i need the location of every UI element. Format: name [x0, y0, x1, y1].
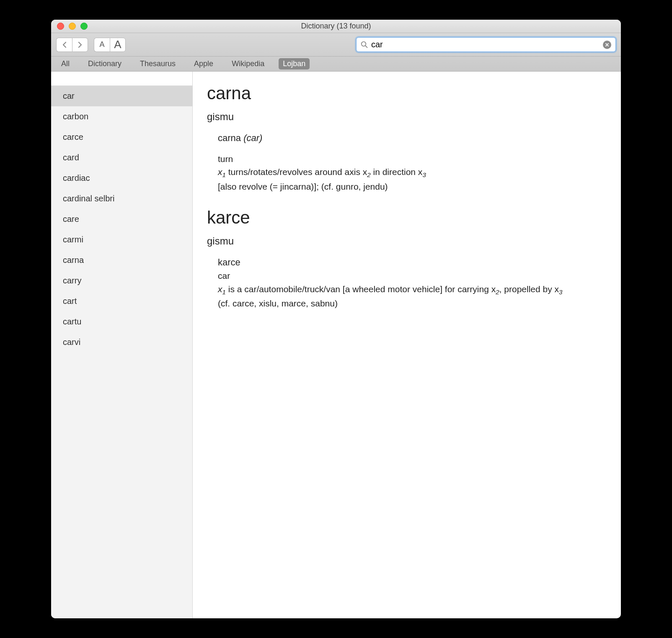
- definition-pane[interactable]: carna gismu carna (car) turn x1 turns/ro…: [193, 72, 621, 618]
- toolbar: A A: [51, 33, 621, 57]
- result-item[interactable]: care: [51, 209, 192, 229]
- search-input[interactable]: [368, 40, 603, 49]
- result-item[interactable]: cardiac: [51, 168, 192, 188]
- source-tab-thesaurus[interactable]: Thesaurus: [136, 58, 180, 69]
- result-item[interactable]: carry: [51, 270, 192, 291]
- result-item[interactable]: carna: [51, 250, 192, 270]
- back-button[interactable]: [56, 38, 72, 52]
- app-window: Dictionary (13 found) A A AllDictionaryT…: [51, 20, 621, 618]
- source-tab-lojban[interactable]: Lojban: [279, 58, 310, 69]
- headword-line: carna (car): [218, 133, 607, 144]
- result-item[interactable]: carbon: [51, 106, 192, 127]
- definition: turn x1 turns/rotates/revolves around ax…: [218, 153, 607, 193]
- result-item[interactable]: carvi: [51, 332, 192, 352]
- entry-headword: karce: [207, 208, 607, 228]
- place-structure: x1 is a car/automobile/truck/van [a whee…: [218, 283, 607, 296]
- nav-buttons: [56, 38, 88, 52]
- notes: [also revolve (= jincarna)]; (cf. gunro,…: [218, 180, 607, 193]
- clear-search-button[interactable]: [603, 41, 611, 49]
- result-item[interactable]: cartu: [51, 311, 192, 332]
- sidebar-header-spacer: [51, 72, 192, 86]
- source-tabs: AllDictionaryThesaurusAppleWikipediaLojb…: [51, 57, 621, 72]
- zoom-window-button[interactable]: [80, 23, 88, 30]
- search-field[interactable]: [356, 37, 616, 52]
- entry: karce gismu karce car x1 is a car/automo…: [207, 208, 607, 309]
- close-icon: [605, 43, 609, 47]
- headword-line: karce: [218, 257, 607, 268]
- forward-button[interactable]: [72, 38, 88, 52]
- definition: car x1 is a car/automobile/truck/van [a …: [218, 270, 607, 309]
- window-controls: [51, 23, 88, 30]
- source-tab-wikipedia[interactable]: Wikipedia: [227, 58, 269, 69]
- result-item[interactable]: cart: [51, 291, 192, 311]
- gloss: car: [218, 270, 607, 282]
- result-item[interactable]: card: [51, 147, 192, 168]
- entry: carna gismu carna (car) turn x1 turns/ro…: [207, 83, 607, 193]
- gloss: turn: [218, 153, 607, 165]
- result-item[interactable]: car: [51, 86, 192, 106]
- result-item[interactable]: carce: [51, 127, 192, 147]
- window-title: Dictionary (13 found): [51, 22, 621, 31]
- chevron-right-icon: [78, 41, 83, 48]
- result-item[interactable]: carmi: [51, 229, 192, 250]
- part-of-speech: gismu: [207, 111, 607, 123]
- place-structure: x1 turns/rotates/revolves around axis x2…: [218, 166, 607, 179]
- minimize-window-button[interactable]: [69, 23, 76, 30]
- entry-headword: carna: [207, 83, 607, 103]
- part-of-speech: gismu: [207, 235, 607, 247]
- svg-line-1: [365, 46, 367, 48]
- chevron-left-icon: [62, 41, 67, 48]
- result-item[interactable]: cardinal selbri: [51, 188, 192, 209]
- titlebar: Dictionary (13 found): [51, 20, 621, 33]
- close-window-button[interactable]: [57, 23, 64, 30]
- search-icon: [361, 41, 368, 48]
- rafsi: (car): [243, 133, 262, 143]
- decrease-font-button[interactable]: A: [94, 38, 110, 52]
- notes: (cf. carce, xislu, marce, sabnu): [218, 297, 607, 309]
- source-tab-all[interactable]: All: [57, 58, 74, 69]
- increase-font-button[interactable]: A: [110, 38, 126, 52]
- source-tab-apple[interactable]: Apple: [190, 58, 217, 69]
- results-sidebar[interactable]: carcarboncarcecardcardiaccardinal selbri…: [51, 72, 193, 618]
- source-tab-dictionary[interactable]: Dictionary: [84, 58, 126, 69]
- font-size-buttons: A A: [94, 38, 126, 52]
